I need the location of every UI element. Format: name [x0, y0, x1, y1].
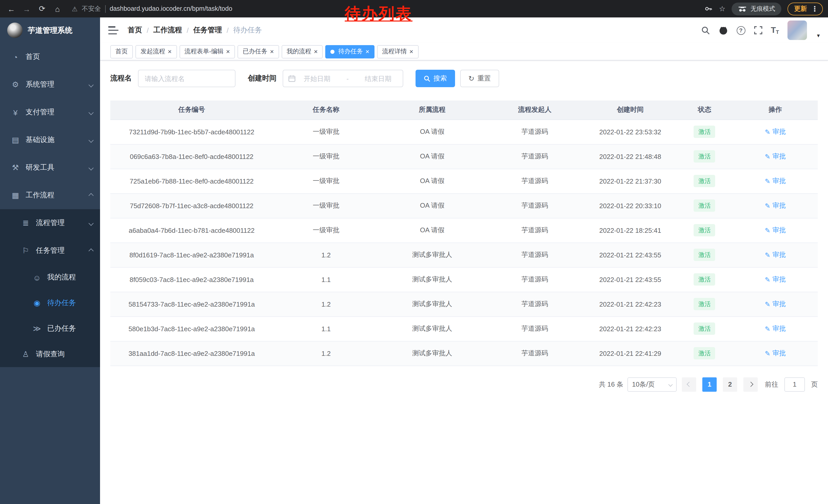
tab-start-process[interactable]: 发起流程 ×	[135, 45, 177, 58]
approve-link[interactable]: ✎审批	[765, 226, 786, 235]
task-id-cell: 75d72608-7b7f-11ec-a3c8-acde48001122	[110, 193, 273, 218]
approve-link[interactable]: ✎审批	[765, 176, 786, 186]
close-icon[interactable]: ×	[366, 48, 369, 55]
approve-link[interactable]: ✎审批	[765, 201, 786, 210]
gear-icon: ⚙	[10, 80, 20, 89]
breadcrumb-home[interactable]: 首页	[128, 26, 142, 35]
tab-process-detail[interactable]: 流程详情 ×	[377, 45, 418, 58]
infrastructure-icon: ▤	[10, 135, 20, 145]
page-size-select[interactable]: 10条/页	[627, 377, 677, 392]
close-icon[interactable]: ×	[409, 48, 413, 55]
tab-todo-task[interactable]: 待办任务 ×	[326, 45, 374, 58]
created-cell: 2022-01-21 22:43:55	[584, 267, 676, 292]
status-cell: 激活	[676, 341, 733, 366]
sidebar-item-process-mgmt[interactable]: ≣ 流程管理	[0, 209, 100, 237]
edit-icon: ✎	[765, 350, 771, 357]
status-badge: 激活	[694, 224, 715, 236]
end-date-input[interactable]	[359, 75, 398, 82]
home-icon[interactable]: ⌂	[51, 3, 64, 15]
task-name-cell: 一级审批	[273, 169, 379, 193]
tab-home[interactable]: 首页	[110, 45, 133, 58]
star-icon[interactable]: ☆	[719, 5, 726, 13]
breadcrumb-task-mgmt[interactable]: 任务管理	[194, 26, 222, 35]
created-cell: 2022-01-22 20:33:10	[584, 193, 676, 218]
sidebar-item-home[interactable]: ◔ 首页	[0, 43, 100, 71]
github-icon[interactable]	[718, 26, 728, 35]
tags-view-bar: 首页 发起流程 × 流程表单-编辑 × 已办任务 × 我的流程 ×	[100, 43, 828, 60]
date-range-picker[interactable]: -	[283, 70, 403, 87]
close-icon[interactable]: ×	[226, 48, 230, 55]
search-icon[interactable]	[701, 26, 710, 35]
prev-page-button[interactable]	[682, 377, 696, 392]
status-badge: 激活	[694, 347, 715, 359]
breadcrumb-workflow[interactable]: 工作流程	[153, 26, 182, 35]
initiator-cell: 芋道源码	[485, 316, 584, 341]
sidebar-item-todo-task[interactable]: ◉ 待办任务	[0, 290, 100, 316]
status-badge: 激活	[694, 298, 715, 310]
sidebar-item-done-task[interactable]: ≫ 已办任务	[0, 316, 100, 341]
hamburger-icon[interactable]	[108, 26, 119, 34]
initiator-cell: 芋道源码	[485, 267, 584, 292]
close-icon[interactable]: ×	[270, 48, 274, 55]
back-icon[interactable]: ←	[5, 3, 17, 15]
approve-link[interactable]: ✎审批	[765, 127, 786, 136]
page-1-button[interactable]: 1	[702, 377, 717, 392]
tab-form-edit[interactable]: 流程表单-编辑 ×	[179, 45, 235, 58]
approve-link[interactable]: ✎审批	[765, 275, 786, 284]
forward-icon[interactable]: →	[20, 3, 33, 15]
pagination: 共 16 条 10条/页 1 2 前往 页	[110, 377, 818, 392]
sidebar-item-leave-query[interactable]: ♙ 请假查询	[0, 341, 100, 367]
table-header-row: 任务编号 任务名称 所属流程 流程发起人 创建时间 状态 操作	[110, 100, 818, 120]
next-page-button[interactable]	[743, 377, 758, 392]
chevron-left-icon	[687, 382, 692, 387]
approve-link[interactable]: ✎审批	[765, 349, 786, 358]
caret-down-icon[interactable]: ▾	[817, 32, 820, 40]
status-cell: 激活	[676, 169, 733, 193]
actions-cell: ✎审批	[733, 144, 818, 169]
sidebar-item-my-process[interactable]: ☺ 我的流程	[0, 265, 100, 290]
reset-button[interactable]: ↻ 重置	[460, 70, 499, 87]
help-icon[interactable]: ?	[736, 26, 745, 35]
actions-cell: ✎审批	[733, 267, 818, 292]
url-text[interactable]: dashboard.yudao.iocoder.cn/bpm/task/todo	[110, 5, 232, 12]
chevron-down-icon	[88, 82, 94, 87]
eye-icon: ◉	[32, 299, 42, 308]
approve-link[interactable]: ✎审批	[765, 324, 786, 333]
avatar[interactable]	[788, 20, 807, 40]
status-cell: 激活	[676, 267, 733, 292]
approve-link[interactable]: ✎审批	[765, 300, 786, 309]
table-row: 8f0d1619-7ac8-11ec-a9e2-a2380e71991a 1.2…	[110, 242, 818, 267]
update-button[interactable]: 更新 ⋮	[787, 2, 823, 15]
kebab-menu-icon[interactable]: ⋮	[811, 5, 818, 13]
key-icon[interactable]	[705, 5, 713, 13]
sidebar-item-devtools[interactable]: ⚒ 研发工具	[0, 154, 100, 182]
search-button[interactable]: 搜索	[416, 70, 455, 87]
page-2-button[interactable]: 2	[723, 377, 737, 392]
close-icon[interactable]: ×	[314, 48, 318, 55]
reload-icon[interactable]: ⟳	[36, 3, 48, 15]
yen-icon: ¥	[10, 108, 20, 117]
close-icon[interactable]: ×	[168, 48, 172, 55]
initiator-cell: 芋道源码	[485, 193, 584, 218]
process-cell: 测试多审批人	[379, 316, 485, 341]
process-cell: OA 请假	[379, 144, 485, 169]
font-size-icon[interactable]: TT	[771, 26, 779, 35]
sidebar-item-task-mgmt[interactable]: ⚐ 任务管理	[0, 237, 100, 265]
approve-link[interactable]: ✎审批	[765, 152, 786, 161]
security-label[interactable]: 不安全	[82, 4, 101, 13]
tab-done-task[interactable]: 已办任务 ×	[238, 45, 279, 58]
approve-link[interactable]: ✎审批	[765, 250, 786, 260]
sidebar-item-pay[interactable]: ¥ 支付管理	[0, 98, 100, 126]
sidebar-item-infra[interactable]: ▤ 基础设施	[0, 126, 100, 154]
tab-my-process[interactable]: 我的流程 ×	[282, 45, 323, 58]
goto-page-input[interactable]	[784, 377, 805, 392]
start-date-input[interactable]	[297, 75, 336, 82]
sidebar-item-workflow[interactable]: ▦ 工作流程	[0, 182, 100, 209]
process-name-input[interactable]	[138, 70, 236, 87]
table-row: 069c6a63-7b8a-11ec-8ef0-acde48001122 一级审…	[110, 144, 818, 169]
edit-icon: ✎	[765, 300, 771, 308]
app-logo[interactable]: 芋道管理系统	[0, 17, 100, 43]
fullscreen-icon[interactable]	[754, 26, 762, 34]
sidebar-item-system[interactable]: ⚙ 系统管理	[0, 71, 100, 98]
process-cell: OA 请假	[379, 120, 485, 144]
